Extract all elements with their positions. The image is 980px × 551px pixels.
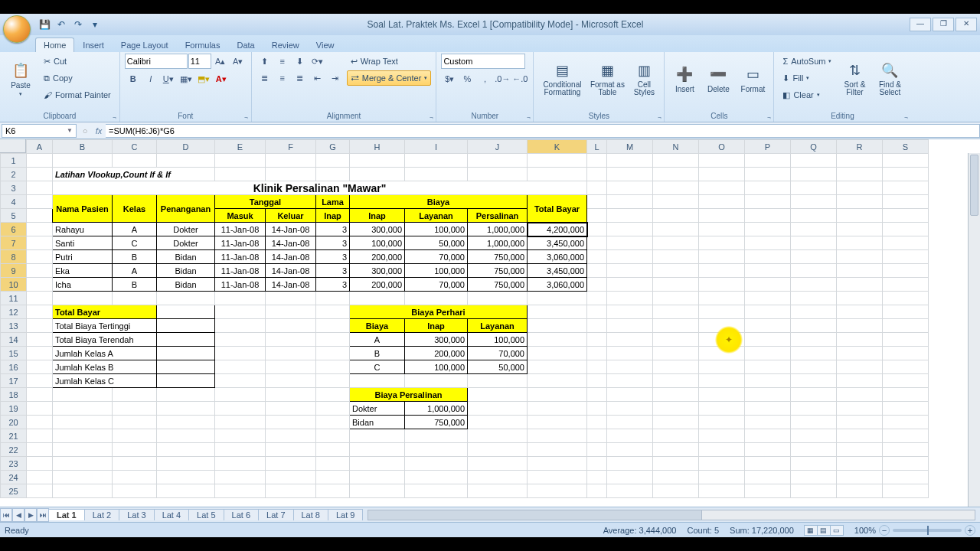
cell[interactable] [528,319,587,333]
cell[interactable] [350,168,405,181]
cell[interactable] [316,333,350,347]
cell[interactable] [699,319,745,333]
cell[interactable] [837,264,883,278]
zoom-out-icon[interactable]: − [879,525,890,536]
cell[interactable] [607,360,653,374]
cell[interactable] [468,292,528,305]
cell[interactable] [113,484,157,498]
cell[interactable]: Dokter [157,236,215,250]
paste-button[interactable]: 📋 Paste▾ [5,54,37,104]
cell[interactable] [791,264,837,278]
cell[interactable] [745,168,791,181]
cell[interactable] [745,471,791,484]
cell[interactable] [587,236,607,250]
row-header[interactable]: 12 [1,305,27,319]
cell[interactable]: 11-Jan-08 [215,223,266,236]
cell[interactable] [653,443,699,457]
cell[interactable]: 3,450,000 [528,264,587,278]
cell[interactable] [27,154,53,168]
cell[interactable]: 750,000 [468,278,528,292]
cell[interactable] [157,154,215,168]
cell[interactable]: Lama [316,195,350,209]
cell[interactable] [587,347,607,360]
ribbon-tab-view[interactable]: View [308,37,343,52]
cell[interactable] [837,333,883,347]
cell[interactable] [215,154,266,168]
cell[interactable] [468,484,528,498]
cell[interactable] [745,360,791,374]
cell[interactable] [53,154,113,168]
cell[interactable] [528,333,587,347]
cell[interactable] [883,360,929,374]
cell[interactable] [837,347,883,360]
cell[interactable] [157,429,215,443]
cell[interactable] [157,457,215,471]
cell[interactable] [350,429,405,443]
cell[interactable] [157,388,215,402]
cell[interactable] [745,292,791,305]
cell[interactable] [607,402,653,416]
cell[interactable] [157,484,215,498]
cell[interactable] [587,471,607,484]
row-header[interactable]: 10 [1,278,27,292]
clear-button[interactable]: ◧Clear ▾ [779,87,835,103]
cell[interactable] [791,319,837,333]
cell[interactable] [837,402,883,416]
cell[interactable]: Dokter [157,223,215,236]
cell[interactable] [791,416,837,429]
cell[interactable] [837,154,883,168]
cell[interactable] [215,402,266,416]
cell[interactable]: A [350,333,405,347]
delete-cells-button[interactable]: ➖Delete [703,54,733,104]
cell[interactable] [528,416,587,429]
cell[interactable]: 1,000,000 [405,402,468,416]
bold-icon[interactable]: B [125,71,142,86]
cell[interactable]: Layanan [405,209,468,223]
cell[interactable] [113,388,157,402]
number-format-select[interactable] [441,54,525,69]
cell[interactable] [215,292,266,305]
cell[interactable] [791,429,837,443]
cell[interactable]: Persalinan [468,209,528,223]
cell[interactable] [883,374,929,388]
cell[interactable] [587,402,607,416]
cell[interactable] [53,388,113,402]
sort-filter-button[interactable]: ⇅Sort & Filter [838,54,871,104]
cell[interactable] [528,347,587,360]
cell[interactable]: Dokter [350,402,405,416]
col-header[interactable]: D [157,140,215,154]
cell[interactable] [215,484,266,498]
col-header[interactable]: O [699,140,745,154]
cell[interactable]: B [113,250,157,264]
cell[interactable] [266,402,316,416]
cell-styles-button[interactable]: ▥Cell Styles [629,54,659,104]
cell[interactable] [607,154,653,168]
cell[interactable] [653,416,699,429]
cell[interactable] [653,347,699,360]
cell[interactable] [653,168,699,181]
cell[interactable] [837,443,883,457]
cell[interactable] [791,195,837,209]
cell[interactable] [266,154,316,168]
cell[interactable]: 100,000 [350,236,405,250]
formula-input[interactable] [106,124,980,138]
select-all-corner[interactable] [0,139,26,153]
cell[interactable] [791,236,837,250]
cell[interactable]: 70,000 [405,278,468,292]
row-header[interactable]: 6 [1,223,27,236]
cell[interactable] [587,168,607,181]
cell[interactable] [837,471,883,484]
cell[interactable] [699,236,745,250]
cell[interactable] [653,305,699,319]
cell[interactable] [791,292,837,305]
cell[interactable] [53,457,113,471]
cell[interactable] [699,388,745,402]
cell[interactable]: 70,000 [468,347,528,360]
cell[interactable] [350,292,405,305]
cell[interactable] [791,402,837,416]
cell[interactable] [468,388,528,402]
col-header[interactable]: M [607,140,653,154]
row-header[interactable]: 2 [1,168,27,181]
cell[interactable] [607,292,653,305]
cell[interactable] [653,484,699,498]
